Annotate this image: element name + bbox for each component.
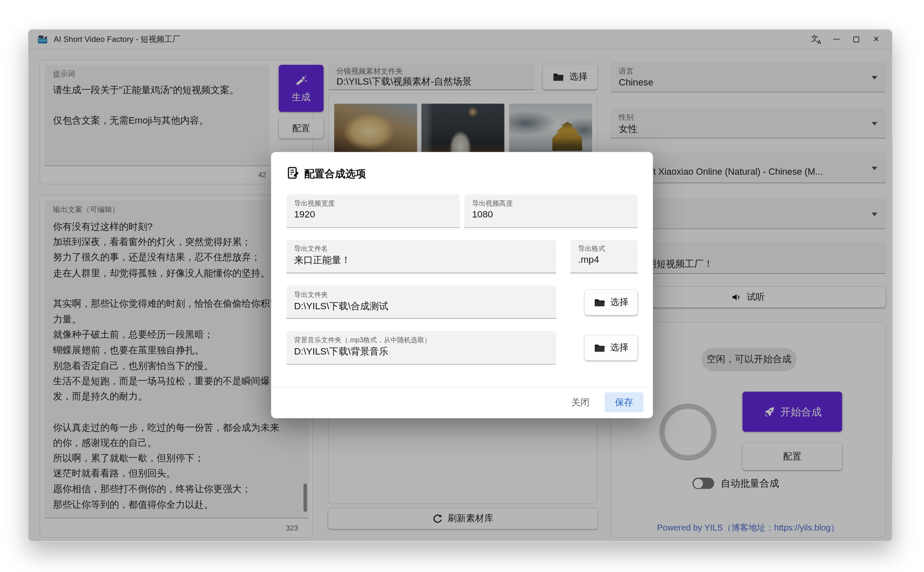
folder-icon <box>594 298 605 307</box>
export-format-field[interactable]: 导出格式 .mp4 <box>571 240 638 273</box>
export-width-label: 导出视频宽度 <box>294 199 335 208</box>
dialog-save-button[interactable]: 保存 <box>604 392 643 412</box>
bgm-folder-select-label: 选择 <box>610 341 629 354</box>
screen: AI Short Video Factory - 短视频工厂 文 A × 提示词… <box>0 0 924 572</box>
export-filename-value: 来口正能量！ <box>294 254 351 267</box>
export-folder-select-label: 选择 <box>610 296 629 308</box>
bgm-folder-value: D:\YILS\下载\背景音乐 <box>294 346 389 358</box>
export-folder-select-button[interactable]: 选择 <box>585 290 637 315</box>
export-width-field[interactable]: 导出视频宽度 1920 <box>287 194 460 228</box>
export-filename-field[interactable]: 导出文件名 来口正能量！ <box>287 240 557 273</box>
folder-icon <box>594 343 605 352</box>
bgm-folder-select-button[interactable]: 选择 <box>585 335 637 360</box>
export-height-field[interactable]: 导出视频高度 1080 <box>464 194 637 228</box>
export-width-value: 1920 <box>294 209 315 220</box>
dialog-close-button[interactable]: 关闭 <box>561 392 600 412</box>
export-folder-field[interactable]: 导出文件夹 D:\YILS\下载\合成测试 <box>287 286 557 319</box>
dialog-save-label: 保存 <box>615 396 633 408</box>
export-format-value: .mp4 <box>578 254 599 265</box>
export-folder-label: 导出文件夹 <box>294 290 328 299</box>
export-height-label: 导出视频高度 <box>472 199 513 208</box>
export-filename-label: 导出文件名 <box>294 245 328 253</box>
dialog-title: 配置合成选项 <box>304 167 366 181</box>
synthesis-options-dialog: 配置合成选项 导出视频宽度 1920 导出视频高度 1080 导出文件名 来口正… <box>271 152 653 418</box>
export-folder-value: D:\YILS\下载\合成测试 <box>294 300 389 313</box>
export-height-value: 1080 <box>472 209 493 220</box>
bgm-folder-field[interactable]: 背景音乐文件夹（.mp3格式，从中随机选取） D:\YILS\下载\背景音乐 <box>287 331 557 364</box>
document-edit-icon <box>287 166 301 180</box>
bgm-folder-label: 背景音乐文件夹（.mp3格式，从中随机选取） <box>294 336 431 345</box>
dialog-close-label: 关闭 <box>571 396 590 408</box>
export-format-label: 导出格式 <box>578 245 605 253</box>
dialog-footer-divider <box>271 387 653 388</box>
